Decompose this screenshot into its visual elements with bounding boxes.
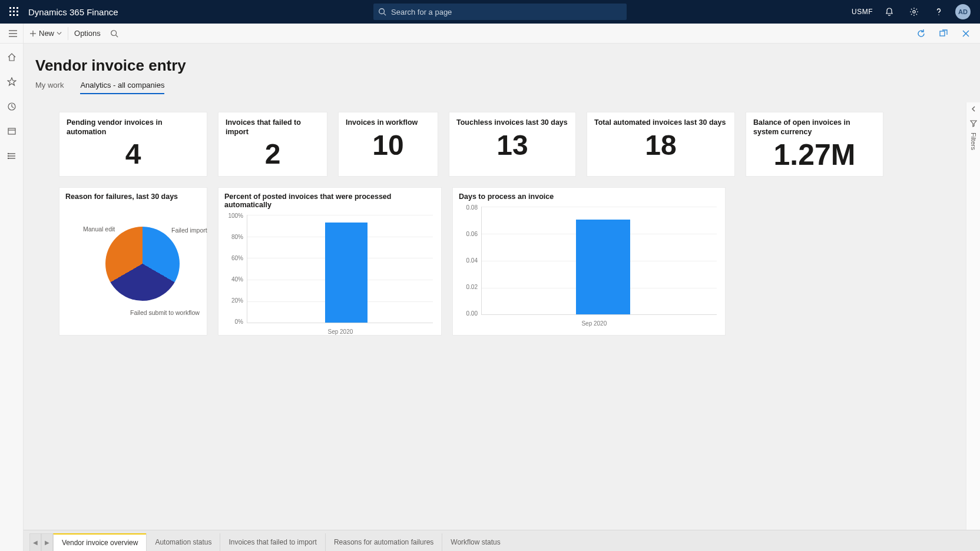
workspaces-icon[interactable]	[0, 122, 24, 140]
svg-rect-0	[9, 7, 11, 9]
kpi-failed-import[interactable]: Invoices that failed to import 2	[218, 112, 327, 177]
svg-line-19	[115, 35, 118, 37]
bar	[576, 220, 630, 314]
filters-label: Filters	[970, 132, 977, 150]
svg-rect-7	[13, 14, 15, 16]
svg-point-9	[379, 9, 385, 14]
kpi-open-balance[interactable]: Balance of open invoices in system curre…	[746, 112, 883, 177]
kpi-title: Touchless invoices last 30 days	[456, 118, 568, 128]
kpi-title: Invoices that failed to import	[226, 118, 320, 137]
kpi-value: 10	[346, 128, 431, 161]
kpi-title: Balance of open invoices in system curre…	[753, 118, 876, 137]
help-icon[interactable]	[931, 0, 947, 24]
plot-area	[481, 207, 717, 315]
home-icon[interactable]	[0, 48, 24, 66]
app-title: Dynamics 365 Finance	[28, 7, 118, 17]
kpi-touchless[interactable]: Touchless invoices last 30 days 13	[449, 112, 576, 177]
recent-icon[interactable]	[0, 98, 24, 115]
search-box[interactable]	[373, 4, 627, 20]
kpi-value: 1.27M	[753, 137, 876, 171]
pie-card[interactable]: Reason for failures, last 30 days Manual…	[59, 187, 207, 336]
y-tick: 0.04	[460, 257, 478, 264]
tab-analytics[interactable]: Analytics - all companies	[80, 81, 164, 94]
kpi-row: Pending vendor invoices in automation 4 …	[59, 112, 968, 177]
chevron-left-icon	[971, 102, 976, 115]
bar-chart-days: 0.08 0.06 0.04 0.02 0.00 Sep 2020	[459, 204, 719, 328]
btab-overview[interactable]: Vendor invoice overview	[53, 533, 146, 551]
chevron-down-icon	[57, 31, 62, 36]
pie-label-manual-edit: Manual edit	[83, 225, 115, 233]
company-label[interactable]: USMF	[852, 8, 873, 16]
refresh-icon[interactable]	[913, 25, 929, 42]
gear-icon[interactable]	[906, 0, 922, 24]
funnel-icon	[970, 120, 977, 129]
card-title: Percent of posted invoices that were pro…	[224, 192, 435, 209]
tab-mywork[interactable]: My work	[35, 81, 64, 94]
svg-point-30	[8, 154, 8, 154]
menu-toggle-icon[interactable]	[2, 24, 24, 44]
options-button[interactable]: Options	[68, 24, 107, 44]
svg-rect-25	[8, 128, 15, 134]
card-title: Days to process an invoice	[459, 192, 719, 201]
y-tick: 0.02	[460, 284, 478, 290]
x-label: Sep 2020	[327, 328, 353, 335]
svg-point-32	[8, 158, 8, 159]
pie-slice-group	[105, 227, 180, 301]
close-icon[interactable]	[958, 25, 974, 42]
notifications-icon[interactable]	[881, 0, 898, 24]
kpi-value: 2	[226, 137, 320, 170]
btab-workflow-status[interactable]: Workflow status	[442, 533, 508, 551]
tabs: My work Analytics - all companies	[24, 81, 980, 94]
chart-row: Reason for failures, last 30 days Manual…	[59, 187, 968, 336]
y-tick: 60%	[226, 255, 243, 261]
btab-automation-status[interactable]: Automation status	[146, 533, 220, 551]
bar-chart-percent: 100% 80% 60% 40% 20% 0%	[224, 213, 435, 336]
svg-rect-3	[9, 11, 11, 12]
y-tick: 0.08	[460, 204, 478, 211]
tab-scroll-right-icon[interactable]: ▶	[41, 533, 53, 551]
y-tick: 0.00	[460, 310, 478, 317]
search-input[interactable]	[391, 8, 622, 16]
pie-label-failed-submit: Failed submit to workflow	[130, 309, 200, 316]
tab-scroll-left-icon[interactable]: ◀	[29, 533, 41, 551]
svg-rect-1	[13, 7, 15, 9]
y-tick: 20%	[226, 297, 243, 304]
bar-card-days[interactable]: Days to process an invoice 0.08 0.06 0.0…	[452, 187, 726, 336]
kpi-total-automated[interactable]: Total automated invoices last 30 days 18	[587, 112, 735, 177]
star-icon[interactable]	[0, 73, 24, 91]
svg-point-12	[938, 14, 939, 15]
plot-area	[247, 215, 433, 323]
kpi-workflow[interactable]: Invoices in workflow 10	[338, 112, 438, 177]
bottom-tabs: ◀ ▶ Vendor invoice overview Automation s…	[24, 530, 980, 551]
svg-point-31	[8, 156, 8, 157]
y-tick: 0.06	[460, 231, 478, 237]
new-button[interactable]: New	[24, 24, 68, 44]
avatar[interactable]: AD	[955, 4, 971, 19]
options-label: Options	[74, 29, 101, 38]
actionbar: New Options	[0, 24, 980, 44]
svg-point-18	[111, 30, 117, 35]
topbar: Dynamics 365 Finance USMF AD	[0, 0, 980, 24]
search-icon	[378, 8, 386, 16]
btab-failure-reasons[interactable]: Reasons for automation failures	[325, 533, 442, 551]
btab-failed-import[interactable]: Invoices that failed to import	[220, 533, 325, 551]
waffle-icon[interactable]	[5, 0, 24, 24]
y-tick: 100%	[226, 213, 243, 219]
pie-label-failed-import: Failed import	[171, 227, 207, 234]
svg-rect-2	[16, 7, 18, 9]
svg-marker-23	[8, 78, 16, 85]
kpi-pending[interactable]: Pending vendor invoices in automation 4	[59, 112, 207, 177]
main: Vendor invoice entry My work Analytics -…	[24, 44, 980, 551]
kpi-value: 13	[456, 128, 568, 161]
kpi-value: 18	[594, 128, 727, 161]
y-tick: 40%	[226, 276, 243, 283]
popout-icon[interactable]	[935, 25, 952, 42]
bar-card-percent[interactable]: Percent of posted invoices that were pro…	[218, 187, 442, 336]
kpi-value: 4	[67, 137, 200, 170]
svg-rect-8	[16, 14, 18, 16]
kpi-title: Invoices in workflow	[346, 118, 431, 128]
filters-rail[interactable]: Filters	[966, 102, 980, 530]
svg-rect-6	[9, 14, 11, 16]
toolbar-search-icon[interactable]	[107, 24, 122, 44]
modules-icon[interactable]	[0, 147, 24, 165]
